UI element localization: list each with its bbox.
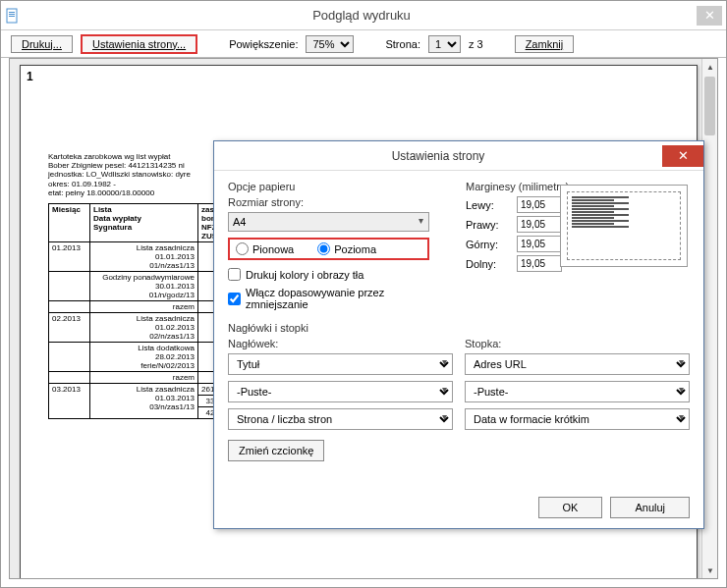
header-select-3[interactable]: Strona / liczba stron xyxy=(228,408,453,430)
svg-rect-2 xyxy=(9,14,15,15)
margin-top-input[interactable] xyxy=(517,236,562,252)
header-select-1[interactable]: Tytuł xyxy=(228,353,453,375)
close-button[interactable]: Zamknij xyxy=(515,35,575,53)
margin-bottom-label: Dolny: xyxy=(466,258,511,270)
dialog-buttons: OK Anuluj xyxy=(538,497,690,518)
svg-rect-3 xyxy=(9,16,15,17)
print-bg-checkbox[interactable]: Drukuj kolory i obrazy tła xyxy=(228,268,364,281)
change-font-button[interactable]: Zmień czcionkę xyxy=(228,440,324,461)
col-list: Lista Data wypłaty Sygnatura xyxy=(90,203,198,241)
page-thumbnail xyxy=(560,185,688,267)
toolbar: Drukuj... Ustawienia strony... Powiększe… xyxy=(1,30,726,58)
zoom-select[interactable]: 75% xyxy=(306,35,354,53)
margin-right-label: Prawy: xyxy=(466,219,511,231)
close-icon[interactable]: ✕ xyxy=(697,6,722,26)
headers-footers-group: Nagłówki i stopki Nagłówek: Tytuł Stopka… xyxy=(228,322,690,461)
footer-label: Stopka: xyxy=(465,338,690,349)
page-of-label: z 3 xyxy=(469,38,483,50)
titlebar: Podgląd wydruku ✕ xyxy=(1,1,726,30)
page-size-select[interactable]: A4 xyxy=(228,212,429,232)
scroll-down-icon[interactable]: ▼ xyxy=(702,562,718,578)
shrink-checkbox[interactable]: Włącz dopasowywanie przez zmniejszanie xyxy=(228,287,434,310)
col-month: Miesiąc xyxy=(49,203,90,241)
footer-select-3[interactable]: Data w formacie krótkim xyxy=(465,408,690,430)
margin-right-input[interactable] xyxy=(517,216,562,233)
page-number: 1 xyxy=(27,70,33,83)
margins-group: Marginesy (milimetry) Lewy: Prawy: Górny… xyxy=(466,181,569,275)
print-button[interactable]: Drukuj... xyxy=(11,35,73,53)
page-label: Strona: xyxy=(385,38,419,50)
page-setup-dialog: Ustawienia strony ✕ Opcje papieru Rozmia… xyxy=(213,140,704,529)
footer-select-2[interactable]: -Puste- xyxy=(465,381,690,402)
margin-left-input[interactable] xyxy=(517,196,562,213)
scrollbar-thumb[interactable] xyxy=(704,77,715,135)
zoom-label: Powiększenie: xyxy=(229,38,298,50)
orientation-landscape[interactable]: Pozioma xyxy=(317,242,376,255)
dialog-close-icon[interactable]: ✕ xyxy=(662,145,703,167)
page-setup-button[interactable]: Ustawienia strony... xyxy=(81,34,197,54)
scroll-up-icon[interactable]: ▲ xyxy=(702,59,718,75)
margin-left-label: Lewy: xyxy=(466,199,511,211)
print-preview-window: Podgląd wydruku ✕ Drukuj... Ustawienia s… xyxy=(0,0,727,588)
margin-top-label: Górny: xyxy=(466,239,511,250)
document-icon xyxy=(5,8,21,24)
cancel-button[interactable]: Anuluj xyxy=(610,497,690,518)
margin-bottom-input[interactable] xyxy=(517,255,562,272)
margins-label: Marginesy (milimetry) xyxy=(466,181,569,192)
dialog-body: Opcje papieru Rozmiar strony: A4 Pionowa… xyxy=(214,171,703,471)
footer-select-1[interactable]: Adres URL xyxy=(465,353,690,375)
window-title: Podgląd wydruku xyxy=(27,8,697,23)
header-select-2[interactable]: -Puste- xyxy=(228,381,453,402)
ok-button[interactable]: OK xyxy=(538,497,603,518)
svg-rect-1 xyxy=(9,12,15,13)
dialog-titlebar: Ustawienia strony ✕ xyxy=(214,141,703,171)
orientation-group: Pionowa Pozioma xyxy=(228,238,429,260)
orientation-portrait[interactable]: Pionowa xyxy=(236,242,294,255)
dialog-title: Ustawienia strony xyxy=(214,149,662,163)
page-select[interactable]: 1 xyxy=(428,35,461,53)
header-label: Nagłówek: xyxy=(228,338,453,349)
hf-label: Nagłówki i stopki xyxy=(228,322,690,334)
